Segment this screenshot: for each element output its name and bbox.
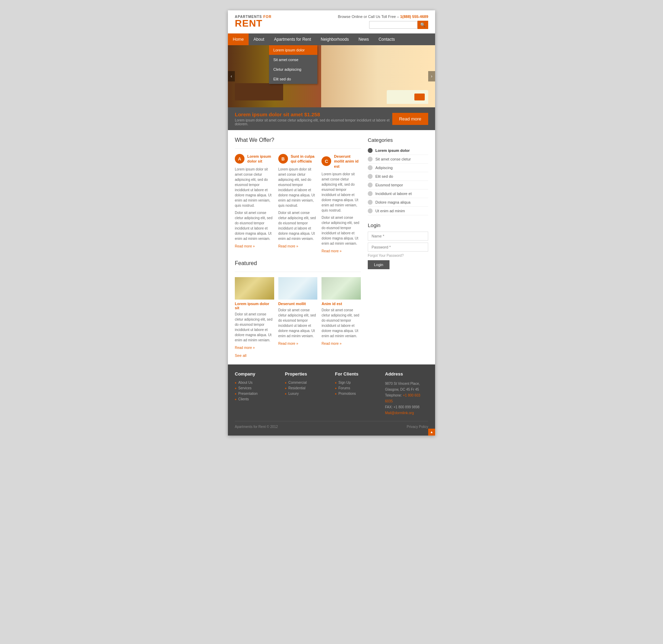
- featured-title: Featured: [235, 260, 361, 266]
- scroll-top-button[interactable]: ▲: [428, 429, 435, 436]
- hero-read-more-button[interactable]: Read more: [392, 113, 428, 125]
- featured-text-3: Dolor sit amet conse cletur adipiscing e…: [321, 308, 361, 339]
- login-button[interactable]: Login: [368, 260, 390, 269]
- category-label-6: Incididunt ut labore et: [375, 192, 412, 196]
- footer-services-link[interactable]: Services: [235, 386, 278, 390]
- category-item-1[interactable]: Lorem ipsum dolor: [368, 146, 428, 155]
- dropdown-item-1[interactable]: Lorem ipsum dolor: [269, 45, 317, 55]
- category-dot-1: [368, 148, 373, 153]
- nav-home[interactable]: Home: [228, 33, 249, 45]
- footer-email-link[interactable]: Mail@dormlink.org: [385, 411, 414, 415]
- login-title: Login: [368, 222, 428, 228]
- phone-number[interactable]: 1(888) 555-4689: [400, 14, 428, 19]
- hero-title: Lorem ipsum dolor sit amet $1.258: [235, 111, 392, 117]
- featured-text-2: Dolor sit amet conse cletur adipiscing e…: [278, 308, 318, 339]
- footer-signup-link[interactable]: Sign Up: [335, 381, 378, 384]
- category-list: Lorem ipsum dolor Sit amet conse cletur …: [368, 146, 428, 215]
- offer-readmore-c[interactable]: Read more: [321, 249, 342, 253]
- login-section: Login Forgot Your Password? Login: [368, 222, 428, 269]
- content-left: What We Offer? A Lorem ipsum dolor sit L…: [235, 137, 361, 358]
- forgot-password-link[interactable]: Forgot Your Password?: [368, 254, 428, 257]
- login-password-input[interactable]: [368, 243, 428, 252]
- hero-caption: Lorem ipsum dolor sit amet $1.258 Lorem …: [228, 107, 435, 130]
- featured-thumb-1: [235, 277, 274, 300]
- offer-header-c: C Deserunt mollit anim id est: [321, 154, 361, 169]
- footer-luxury-link[interactable]: Luxury: [285, 392, 328, 396]
- featured-title-2[interactable]: Deserunt mollit: [278, 302, 318, 306]
- offer-title-c: Deserunt mollit anim id est: [334, 154, 361, 169]
- category-dot-5: [368, 183, 373, 187]
- offer-grid: A Lorem ipsum dolor sit Lorem ipsum dolo…: [235, 154, 361, 253]
- login-name-input[interactable]: [368, 232, 428, 241]
- footer-presentation-link[interactable]: Presentation: [235, 392, 278, 396]
- category-item-2[interactable]: Sit amet conse cletur: [368, 155, 428, 164]
- featured-readmore-1[interactable]: Read more: [235, 346, 255, 350]
- nav-neighborhoods[interactable]: Neighborhoods: [316, 33, 354, 45]
- featured-item-2: Deserunt mollit Dolor sit amet conse cle…: [278, 277, 318, 350]
- cushion-illustration: [414, 94, 425, 100]
- header-right: Browse Online or Call Us Toll Free – 1(8…: [338, 14, 429, 29]
- featured-thumb-3: [321, 277, 361, 300]
- category-item-5[interactable]: Eiusmod tempor: [368, 181, 428, 189]
- offer-item-a: A Lorem ipsum dolor sit Lorem ipsum dolo…: [235, 154, 274, 253]
- offer-text-c2: Dolor sit amet conse cletur adipiscing e…: [321, 215, 361, 246]
- hero-prev-arrow[interactable]: ‹: [228, 71, 235, 81]
- category-label-1: Lorem ipsum dolor: [375, 148, 410, 153]
- category-item-6[interactable]: Incididunt ut labore et: [368, 189, 428, 198]
- category-dot-8: [368, 208, 373, 213]
- category-dot-7: [368, 200, 373, 205]
- kitchen-illustration: [235, 83, 283, 100]
- search-bar: 🔍: [369, 21, 428, 29]
- category-dot-3: [368, 165, 373, 170]
- hero-caption-text: Lorem ipsum dolor sit amet $1.258 Lorem …: [235, 111, 392, 126]
- featured-text-1: Dolor sit amet conse cletur adipiscing e…: [235, 312, 274, 343]
- footer-copyright: Apartments for Rent © 2012: [235, 425, 278, 429]
- nav-contacts[interactable]: Contacts: [374, 33, 400, 45]
- category-item-8[interactable]: Ut enim ad minim: [368, 207, 428, 215]
- what-we-offer-title: What We Offer?: [235, 137, 361, 143]
- footer-grid: Company About Us Services Presentation C…: [235, 371, 428, 416]
- hero-price: $1.258: [304, 111, 320, 117]
- footer-clients-link[interactable]: Clients: [235, 397, 278, 401]
- search-button[interactable]: 🔍: [417, 21, 428, 29]
- nav-news[interactable]: News: [354, 33, 374, 45]
- featured-readmore-3[interactable]: Read more: [321, 342, 342, 345]
- categories-title: Categories: [368, 137, 428, 143]
- hero-section: ‹ › Lorem ipsum dolor sit amet $1.258 Lo…: [228, 45, 435, 130]
- category-item-3[interactable]: Adipiscing: [368, 164, 428, 172]
- logo-text: RENT: [235, 19, 272, 28]
- dropdown-item-3[interactable]: Cletur adipiscing: [269, 65, 317, 74]
- featured-readmore-2[interactable]: Read more: [278, 342, 298, 345]
- footer-clients: For Clients Sign Up Forums Promotions: [335, 371, 378, 416]
- footer-forums-link[interactable]: Forums: [335, 386, 378, 390]
- footer-company: Company About Us Services Presentation C…: [235, 371, 278, 416]
- featured-title-1[interactable]: Lorem ipsum dolor sit: [235, 302, 274, 310]
- category-item-4[interactable]: Elit sed do: [368, 172, 428, 181]
- footer-residential-link[interactable]: Residential: [285, 386, 328, 390]
- hero-next-arrow[interactable]: ›: [428, 71, 435, 81]
- nav-apartments[interactable]: Apartments for Rent Lorem ipsum dolor Si…: [269, 33, 316, 45]
- header: APARTMENTS FOR RENT Browse Online or Cal…: [228, 10, 435, 33]
- offer-title-b: Sunt in culpa qui officiala: [291, 154, 318, 164]
- footer-privacy-link[interactable]: Privacy Policy: [407, 425, 428, 429]
- see-all-link[interactable]: See all: [235, 353, 361, 358]
- nav-about[interactable]: About: [249, 33, 269, 45]
- dropdown-item-2[interactable]: Sit amet conse: [269, 55, 317, 65]
- featured-item-1: Lorem ipsum dolor sit Dolor sit amet con…: [235, 277, 274, 350]
- dropdown-item-4[interactable]: Elit sed do: [269, 74, 317, 84]
- offer-readmore-a[interactable]: Read more: [235, 244, 255, 248]
- offer-text-a2: Dolor sit amet conse cletur adipiscing e…: [235, 210, 274, 241]
- search-input[interactable]: [369, 21, 417, 29]
- category-label-4: Elit sed do: [375, 174, 393, 178]
- footer-about-link[interactable]: About Us: [235, 381, 278, 384]
- phone-info: Browse Online or Call Us Toll Free – 1(8…: [338, 14, 429, 19]
- featured-grid: Lorem ipsum dolor sit Dolor sit amet con…: [235, 277, 361, 350]
- offer-readmore-b[interactable]: Read more: [278, 244, 298, 248]
- category-item-7[interactable]: Dolore magna aliqua: [368, 198, 428, 207]
- footer-promotions-link[interactable]: Promotions: [335, 392, 378, 396]
- featured-title-3[interactable]: Anim id est: [321, 302, 361, 306]
- category-label-2: Sit amet conse cletur: [375, 157, 411, 161]
- footer-company-title: Company: [235, 371, 278, 377]
- offer-text-b2: Dolor sit amet conse cletur adipiscing e…: [278, 210, 318, 241]
- footer-commercial-link[interactable]: Commercial: [285, 381, 328, 384]
